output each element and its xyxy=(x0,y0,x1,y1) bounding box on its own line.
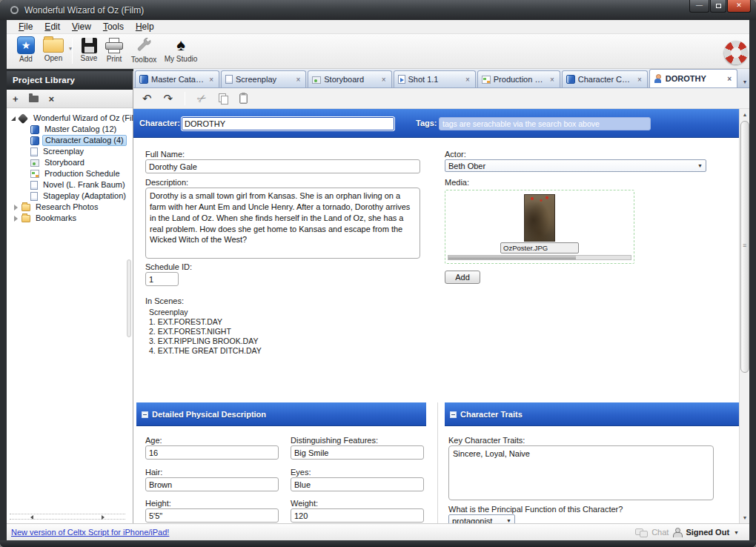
update-link[interactable]: New version of Celtx Script for iPhone/i… xyxy=(11,528,169,537)
help-lifepreserver-icon[interactable] xyxy=(720,37,752,68)
add-item-icon[interactable]: + xyxy=(13,94,19,104)
redo-icon[interactable]: ↷ xyxy=(164,93,173,104)
principal-function-dropdown[interactable]: protagonist ▼ xyxy=(448,514,515,523)
paste-clipboard-icon[interactable] xyxy=(239,93,248,104)
new-folder-icon[interactable] xyxy=(29,96,39,102)
tab-close-icon[interactable]: × xyxy=(208,76,215,84)
tab-close-icon[interactable]: × xyxy=(380,76,388,84)
maximize-button[interactable] xyxy=(710,0,726,13)
media-dropzone[interactable] xyxy=(445,190,634,264)
scene-item[interactable]: 1. EXT.FOREST.DAY xyxy=(149,317,222,326)
tab-shot-1-1[interactable]: Shot 1.1 × xyxy=(394,70,476,87)
tab-close-icon[interactable]: × xyxy=(464,76,471,84)
menu-view[interactable]: View xyxy=(66,21,97,33)
undo-icon[interactable]: ↶ xyxy=(142,93,152,104)
minimize-button[interactable]: — xyxy=(689,0,709,13)
full-name-input[interactable] xyxy=(145,159,420,173)
add-media-button[interactable]: Add xyxy=(445,271,480,284)
physical-section-header[interactable]: Detailed Physical Description xyxy=(136,402,426,426)
project-library-header: Project Library xyxy=(7,71,133,90)
character-name-input[interactable] xyxy=(181,116,395,131)
cut-scissors-icon[interactable]: ✂ xyxy=(195,91,208,105)
expander-closed-icon[interactable] xyxy=(14,205,18,210)
scroll-up-icon[interactable]: ▲ xyxy=(740,110,749,119)
menu-edit[interactable]: Edit xyxy=(39,21,66,33)
tab-close-icon[interactable]: × xyxy=(726,75,733,83)
toolbox-button[interactable]: Toolbox xyxy=(127,36,160,64)
folder-icon xyxy=(21,204,30,211)
media-horizontal-scrollbar[interactable] xyxy=(448,255,631,260)
tree-item-screenplay[interactable]: Screenplay xyxy=(7,146,133,157)
sidebar-horizontal-scrollbar[interactable] xyxy=(10,514,125,520)
save-floppy-icon xyxy=(82,38,97,53)
close-button[interactable]: ✕ xyxy=(727,0,751,13)
menu-tools[interactable]: Tools xyxy=(97,21,130,33)
my-studio-button[interactable]: ♠ My Studio xyxy=(161,36,201,63)
tab-production-schedule[interactable]: Production Sch... × xyxy=(477,70,560,87)
main-vertical-scrollbar[interactable]: ▲ ▼ xyxy=(739,109,749,523)
copy-icon[interactable] xyxy=(219,93,228,104)
scroll-left-icon[interactable] xyxy=(30,515,33,520)
collapse-section-icon[interactable] xyxy=(450,411,457,418)
tab-overflow-icon[interactable]: ▾ xyxy=(740,76,749,87)
tab-screenplay[interactable]: Screenplay × xyxy=(221,70,306,87)
tab-character-catalog[interactable]: Character Catal... × xyxy=(562,70,648,87)
expander-open-icon[interactable] xyxy=(11,116,16,121)
maximize-icon xyxy=(716,4,721,8)
tree-item-project-root[interactable]: Wonderful Wizard of Oz (Fil... xyxy=(7,113,133,124)
menu-help[interactable]: Help xyxy=(130,21,160,33)
scroll-right-icon[interactable] xyxy=(102,515,105,520)
tree-item-stageplay[interactable]: Stageplay (Adaptation) xyxy=(7,190,133,202)
tab-dorothy[interactable]: DOROTHY × xyxy=(649,69,737,87)
folder-icon xyxy=(21,215,30,222)
chat-bubbles-icon[interactable] xyxy=(635,528,647,537)
status-bar: New version of Celtx Script for iPhone/i… xyxy=(7,523,749,540)
signed-out-caret-icon[interactable]: ▼ xyxy=(734,530,739,535)
tree-item-research-photos[interactable]: Research Photos xyxy=(7,202,133,213)
add-button[interactable]: ★ Add xyxy=(16,36,36,63)
key-traits-textarea[interactable]: Sincere, Loyal, Naive xyxy=(448,445,714,500)
expander-closed-icon[interactable] xyxy=(14,216,18,222)
person-icon[interactable] xyxy=(673,528,681,537)
tree-item-master-catalog[interactable]: Master Catalog (12) xyxy=(7,124,133,135)
scene-item[interactable]: 3. EXT.RIPPLING BROOK.DAY xyxy=(149,337,258,345)
tags-input[interactable] xyxy=(439,117,651,130)
schedule-id-label: Schedule ID: xyxy=(145,262,192,271)
save-button[interactable]: Save xyxy=(78,36,100,62)
chat-label[interactable]: Chat xyxy=(651,528,669,537)
tab-close-icon[interactable]: × xyxy=(294,76,302,84)
menu-file[interactable]: File xyxy=(13,21,39,33)
height-input[interactable] xyxy=(145,508,279,523)
media-thumbnail-ozposter[interactable] xyxy=(524,194,555,242)
traits-section-header[interactable]: Character Traits xyxy=(445,402,739,426)
weight-input[interactable] xyxy=(291,508,424,523)
tree-item-production-schedule[interactable]: Production Schedule xyxy=(7,168,133,179)
description-textarea[interactable]: Dorothy is a small town girl from Kansas… xyxy=(145,188,420,259)
scene-item[interactable]: 2. EXT.FOREST.NIGHT xyxy=(149,327,231,336)
eyes-input[interactable] xyxy=(291,477,424,491)
schedule-id-input[interactable] xyxy=(145,272,179,286)
tree-item-storyboard[interactable]: Storyboard xyxy=(7,157,133,168)
open-button[interactable]: ▾ Open xyxy=(41,36,66,62)
tab-storyboard[interactable]: Storyboard × xyxy=(308,70,391,87)
schedule-grid-icon xyxy=(30,170,39,178)
tree-item-character-catalog[interactable]: Character Catalog (4) xyxy=(7,135,133,146)
scrollbar-thumb[interactable] xyxy=(740,121,749,373)
tab-master-catalog[interactable]: Master Catalog × xyxy=(135,70,219,87)
sidebar-vertical-scrollbar[interactable] xyxy=(127,259,131,337)
delete-icon[interactable]: × xyxy=(49,94,55,104)
print-button[interactable]: Print xyxy=(103,36,125,63)
age-input[interactable] xyxy=(145,445,279,460)
media-filename-input[interactable] xyxy=(500,242,579,253)
hair-input[interactable] xyxy=(145,477,279,491)
tree-item-bookmarks[interactable]: Bookmarks xyxy=(7,213,133,224)
signed-out-label[interactable]: Signed Out xyxy=(686,528,729,537)
scene-item[interactable]: 4. EXT.THE GREAT DITCH.DAY xyxy=(149,346,262,355)
distinguishing-features-input[interactable] xyxy=(291,445,424,460)
collapse-section-icon[interactable] xyxy=(142,411,148,418)
tab-close-icon[interactable]: × xyxy=(636,76,643,84)
actor-dropdown[interactable]: Beth Ober ▼ xyxy=(445,159,706,172)
tab-close-icon[interactable]: × xyxy=(548,76,556,84)
tree-item-novel[interactable]: Novel (L. Frank Baum) xyxy=(7,179,133,190)
scroll-down-icon[interactable]: ▼ xyxy=(740,513,749,523)
